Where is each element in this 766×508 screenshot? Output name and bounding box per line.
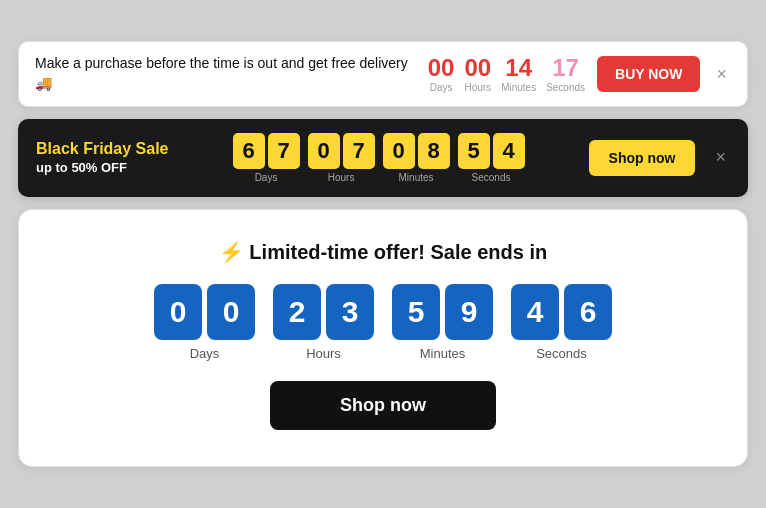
hours-value: 00 [464, 56, 491, 80]
limited-title: ⚡ Limited-time offer! Sale ends in [219, 240, 547, 264]
buy-now-button[interactable]: BUY NOW [597, 56, 700, 92]
limited-days-nums: 0 0 [154, 284, 255, 340]
bf-shop-now-button[interactable]: Shop now [589, 140, 696, 176]
bf-days-label: Days [255, 172, 278, 183]
limited-minutes-label: Minutes [420, 346, 466, 361]
bf-hours-d1: 0 [308, 133, 340, 169]
hours-label: Hours [464, 82, 491, 93]
limited-days-d1: 0 [154, 284, 202, 340]
limited-hours-d2: 3 [326, 284, 374, 340]
limited-shop-now-button[interactable]: Shop now [270, 381, 496, 430]
limited-offer-banner: ⚡ Limited-time offer! Sale ends in 0 0 D… [18, 209, 748, 467]
limited-hours-d1: 2 [273, 284, 321, 340]
hours-unit: 00 Hours [464, 56, 491, 93]
bf-title-block: Black Friday Sale up to 50% OFF [36, 140, 169, 175]
limited-hours-nums: 2 3 [273, 284, 374, 340]
days-value: 00 [428, 56, 455, 80]
bf-minutes-label: Minutes [399, 172, 434, 183]
minutes-label: Minutes [501, 82, 536, 93]
seconds-label: Seconds [546, 82, 585, 93]
minutes-value: 14 [505, 56, 532, 80]
days-unit: 00 Days [428, 56, 455, 93]
bf-hours-label: Hours [328, 172, 355, 183]
limited-seconds-label: Seconds [536, 346, 587, 361]
limited-seconds-d1: 4 [511, 284, 559, 340]
limited-seconds-unit: 4 6 Seconds [511, 284, 612, 361]
bf-seconds-nums: 5 4 [458, 133, 525, 169]
limited-days-d2: 0 [207, 284, 255, 340]
bf-minutes-unit: 0 8 Minutes [383, 133, 450, 183]
days-label: Days [430, 82, 453, 93]
limited-hours-unit: 2 3 Hours [273, 284, 374, 361]
seconds-unit: 17 Seconds [546, 56, 585, 93]
bf-minutes-d1: 0 [383, 133, 415, 169]
lightning-icon: ⚡ [219, 241, 244, 263]
limited-title-text: Limited-time offer! Sale ends in [249, 241, 547, 263]
bf-minutes-nums: 0 8 [383, 133, 450, 169]
bf-days-nums: 6 7 [233, 133, 300, 169]
bf-main-title: Black Friday Sale [36, 140, 169, 158]
bf-seconds-d1: 5 [458, 133, 490, 169]
bf-minutes-d2: 8 [418, 133, 450, 169]
bf-seconds-unit: 5 4 Seconds [458, 133, 525, 183]
minutes-unit: 14 Minutes [501, 56, 536, 93]
bf-days-unit: 6 7 Days [233, 133, 300, 183]
bf-hours-nums: 0 7 [308, 133, 375, 169]
limited-seconds-nums: 4 6 [511, 284, 612, 340]
limited-days-unit: 0 0 Days [154, 284, 255, 361]
delivery-countdown: 00 Days 00 Hours 14 Minutes 17 Seconds [428, 56, 585, 93]
bf-hours-d2: 7 [343, 133, 375, 169]
limited-hours-label: Hours [306, 346, 341, 361]
limited-minutes-nums: 5 9 [392, 284, 493, 340]
limited-seconds-d2: 6 [564, 284, 612, 340]
limited-countdown: 0 0 Days 2 3 Hours 5 9 Minutes 4 6 Secon… [154, 284, 612, 361]
banner2-close-button[interactable]: × [711, 145, 730, 170]
limited-minutes-unit: 5 9 Minutes [392, 284, 493, 361]
bf-subtitle: up to 50% OFF [36, 160, 169, 175]
bf-days-d1: 6 [233, 133, 265, 169]
limited-minutes-d2: 9 [445, 284, 493, 340]
delivery-banner: Make a purchase before the time is out a… [18, 41, 748, 106]
delivery-text: Make a purchase before the time is out a… [35, 54, 416, 93]
bf-days-d2: 7 [268, 133, 300, 169]
bf-seconds-label: Seconds [472, 172, 511, 183]
bf-seconds-d2: 4 [493, 133, 525, 169]
seconds-value: 17 [552, 56, 579, 80]
limited-days-label: Days [190, 346, 220, 361]
black-friday-banner: Black Friday Sale up to 50% OFF 6 7 Days… [18, 119, 748, 197]
bf-countdown: 6 7 Days 0 7 Hours 0 8 Minutes 5 4 Secon… [185, 133, 573, 183]
bf-hours-unit: 0 7 Hours [308, 133, 375, 183]
limited-minutes-d1: 5 [392, 284, 440, 340]
banner1-close-button[interactable]: × [712, 62, 731, 87]
